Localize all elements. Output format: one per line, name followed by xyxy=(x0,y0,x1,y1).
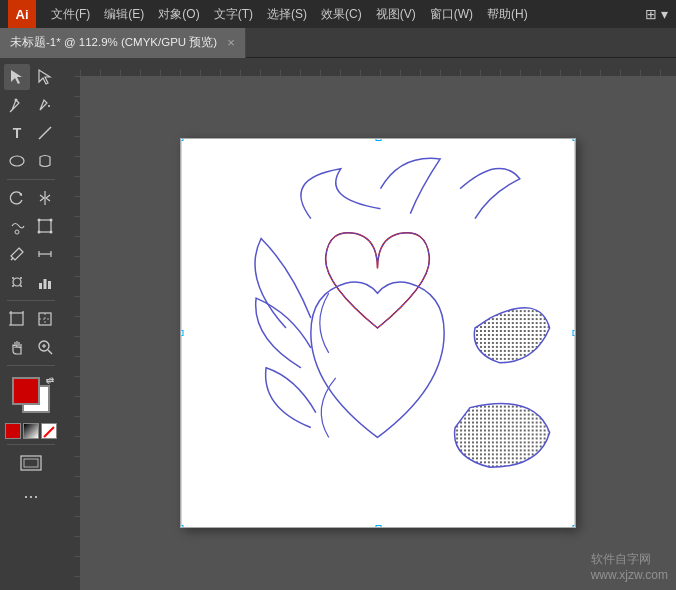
menu-right: ⊞ ▾ xyxy=(645,6,668,22)
divider-1 xyxy=(7,179,55,180)
shaper-tool[interactable] xyxy=(32,148,58,174)
menu-object[interactable]: 对象(O) xyxy=(151,2,206,27)
warp-tool[interactable] xyxy=(4,213,30,239)
menu-edit[interactable]: 编辑(E) xyxy=(97,2,151,27)
svg-point-7 xyxy=(50,219,53,222)
fill-color-box[interactable] xyxy=(12,377,40,405)
eyedropper-tool[interactable] xyxy=(4,241,30,267)
svg-line-1 xyxy=(39,127,51,139)
tool-row-4 xyxy=(4,148,58,174)
screen-mode-row xyxy=(18,450,44,476)
tab-close-button[interactable]: × xyxy=(227,35,235,50)
artboard-wrapper xyxy=(181,138,576,528)
artboard-tool[interactable] xyxy=(4,306,30,332)
menu-window[interactable]: 窗口(W) xyxy=(423,2,480,27)
reflect-tool[interactable] xyxy=(32,185,58,211)
canvas-area[interactable]: 软件自字网 www.xjzw.com xyxy=(62,58,676,590)
color-fill-indicator[interactable] xyxy=(5,423,21,439)
watermark: 软件自字网 www.xjzw.com xyxy=(591,551,668,582)
divider-3 xyxy=(7,365,55,366)
svg-point-9 xyxy=(50,231,53,234)
symbol-sprayer-tool[interactable] xyxy=(4,269,30,295)
svg-line-30 xyxy=(48,350,52,354)
tab-bar: 未标题-1* @ 112.9% (CMYK/GPU 预览) × xyxy=(0,28,676,58)
menu-text[interactable]: 文字(T) xyxy=(207,2,260,27)
free-transform-tool[interactable] xyxy=(32,213,58,239)
select-tool[interactable] xyxy=(4,64,30,90)
ruler-horizontal xyxy=(62,58,676,76)
rotate-tool[interactable] xyxy=(4,185,30,211)
tool-row-2 xyxy=(4,92,58,118)
tool-row-3: T xyxy=(4,120,58,146)
color-mode-row xyxy=(5,423,57,439)
svg-point-16 xyxy=(12,285,14,287)
zoom-tool[interactable] xyxy=(32,334,58,360)
pen-tool[interactable] xyxy=(4,92,30,118)
menu-file[interactable]: 文件(F) xyxy=(44,2,97,27)
toolbar: T xyxy=(0,58,62,590)
screen-mode-button[interactable] xyxy=(18,450,44,476)
svg-point-2 xyxy=(10,156,24,166)
tool-row-10 xyxy=(4,334,58,360)
bar-graph-tool[interactable] xyxy=(32,269,58,295)
svg-point-0 xyxy=(15,99,18,102)
svg-point-8 xyxy=(38,231,41,234)
measure-tool[interactable] xyxy=(32,241,58,267)
workspace-switcher-icon[interactable]: ⊞ ▾ xyxy=(645,6,668,22)
more-tools-button[interactable]: ... xyxy=(23,482,38,503)
type-tool[interactable]: T xyxy=(4,120,30,146)
svg-point-15 xyxy=(20,277,22,279)
tool-row-6 xyxy=(4,213,58,239)
menu-view[interactable]: 视图(V) xyxy=(369,2,423,27)
hand-tool[interactable] xyxy=(4,334,30,360)
main-area: T xyxy=(0,58,676,590)
ruler-corner xyxy=(62,58,80,76)
svg-rect-5 xyxy=(39,220,51,232)
divider-4 xyxy=(7,444,55,445)
svg-point-17 xyxy=(20,285,22,287)
svg-point-6 xyxy=(38,219,41,222)
svg-point-4 xyxy=(15,230,19,234)
menu-help[interactable]: 帮助(H) xyxy=(480,2,535,27)
type-icon: T xyxy=(13,125,22,141)
ellipse-tool[interactable] xyxy=(4,148,30,174)
tool-row-7 xyxy=(4,241,58,267)
app-logo: Ai xyxy=(8,0,36,28)
menu-bar: Ai 文件(F) 编辑(E) 对象(O) 文字(T) 选择(S) 效果(C) 视… xyxy=(0,0,676,28)
none-indicator[interactable] xyxy=(41,423,57,439)
svg-rect-20 xyxy=(48,281,51,289)
add-anchor-tool[interactable] xyxy=(32,92,58,118)
divider-2 xyxy=(7,300,55,301)
svg-point-13 xyxy=(13,278,21,286)
tool-row-8 xyxy=(4,269,58,295)
svg-rect-19 xyxy=(44,279,47,289)
artwork-svg xyxy=(182,139,575,527)
svg-rect-18 xyxy=(39,283,42,289)
svg-rect-21 xyxy=(11,313,23,325)
gradient-indicator[interactable] xyxy=(23,423,39,439)
tool-row-5 xyxy=(4,185,58,211)
svg-rect-37 xyxy=(80,58,676,76)
direct-select-tool[interactable] xyxy=(32,64,58,90)
tab-title: 未标题-1* @ 112.9% (CMYK/GPU 预览) xyxy=(10,35,217,50)
artboard[interactable] xyxy=(181,138,576,528)
color-section: ⇄ ↺ xyxy=(6,375,56,417)
svg-point-14 xyxy=(12,277,14,279)
svg-rect-34 xyxy=(24,459,38,467)
tool-row-9 xyxy=(4,306,58,332)
menu-effects[interactable]: 效果(C) xyxy=(314,2,369,27)
slice-tool[interactable] xyxy=(32,306,58,332)
ruler-vertical xyxy=(62,58,80,590)
menu-select[interactable]: 选择(S) xyxy=(260,2,314,27)
watermark-line1: 软件自字网 xyxy=(591,551,668,568)
svg-rect-40 xyxy=(62,76,80,590)
document-tab[interactable]: 未标题-1* @ 112.9% (CMYK/GPU 预览) × xyxy=(0,28,246,58)
watermark-line2: www.xjzw.com xyxy=(591,568,668,582)
line-segment-tool[interactable] xyxy=(32,120,58,146)
tool-row-1 xyxy=(4,64,58,90)
